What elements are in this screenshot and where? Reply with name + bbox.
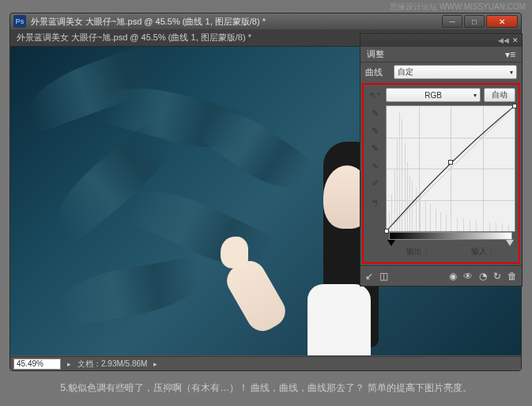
chevron-down-icon: ▾	[474, 92, 477, 99]
panel-footer: ↙ ◫ ◉ 👁 ◔ ↻ 🗑	[360, 265, 522, 286]
panel-collapse-icon[interactable]: ◀◀	[498, 36, 509, 44]
return-to-list-icon[interactable]: ↙	[365, 271, 373, 282]
curve-point-tool-icon[interactable]: ∿	[372, 161, 379, 173]
hand	[221, 237, 248, 268]
svg-line-0	[387, 106, 515, 231]
photoshop-icon: Ps	[13, 15, 26, 28]
previous-state-icon[interactable]: ◔	[479, 271, 487, 282]
black-point-handle[interactable]	[387, 240, 395, 246]
window-controls: ─ □ ✕	[442, 15, 518, 28]
eyedropper-white-icon[interactable]: ✎	[372, 143, 379, 156]
channel-value: RGB	[424, 91, 442, 100]
delete-icon[interactable]: 🗑	[507, 271, 517, 282]
preset-row: 曲线 自定 ▾	[360, 63, 522, 82]
curve-side-tools: ✎ ✎ ✎ ∿ ✐ ฯ	[367, 105, 383, 232]
maximize-button[interactable]: □	[464, 15, 485, 28]
io-readout: 输出： 输入：	[386, 245, 515, 259]
panel-header: ◀◀ ✕	[360, 34, 522, 47]
reset-icon[interactable]: ↻	[493, 271, 501, 282]
curves-label: 曲线	[365, 66, 389, 78]
minimize-button[interactable]: ─	[442, 15, 462, 28]
watermark: 思缘设计论坛 WWW.MISSYUAN.COM	[390, 2, 526, 13]
curve-point-highlight[interactable]	[512, 104, 517, 108]
tab-label: 调整	[367, 48, 384, 60]
curve-toolbar: ↖⁺ RGB ▾ 自动	[367, 86, 515, 104]
output-label: 输出：	[406, 246, 430, 257]
panel-menu-icon[interactable]: ▾≡	[505, 49, 515, 60]
curve-line	[387, 106, 515, 231]
gradient-bar	[389, 232, 512, 240]
curve-draw-tool-icon[interactable]: ✐	[372, 178, 379, 191]
title-bar: Ps 外景蓝调美女 大眼仔~旭.psd @ 45.5% (曲线 1, 图层蒙版/…	[10, 13, 521, 29]
input-slider[interactable]	[386, 232, 515, 245]
auto-button[interactable]: 自动	[484, 88, 515, 102]
target-adjust-icon[interactable]: ↖⁺	[367, 88, 383, 102]
clip-to-layer-icon[interactable]: ◉	[449, 271, 457, 282]
subject-person	[268, 118, 363, 355]
eyedropper-gray-icon[interactable]: ✎	[372, 126, 379, 138]
highlighted-curves-area: ↖⁺ RGB ▾ 自动 ✎ ✎ ✎ ∿ ✐ ฯ	[362, 83, 520, 264]
tutorial-caption: 5.貌似色调有些暗了，压抑啊（有木有…）！ 曲线，曲线，曲线那去了？ 简单的提高…	[0, 381, 532, 395]
expand-view-icon[interactable]: ◫	[379, 271, 388, 282]
curve-graph[interactable]	[386, 105, 515, 232]
chevron-down-icon: ▾	[510, 69, 513, 76]
zoom-input[interactable]: 45.49%	[13, 359, 61, 370]
toggle-visibility-icon[interactable]: 👁	[463, 271, 473, 282]
curve-smooth-tool-icon[interactable]: ฯ	[372, 195, 377, 208]
curve-body: ✎ ✎ ✎ ∿ ✐ ฯ	[367, 105, 515, 232]
close-button[interactable]: ✕	[486, 15, 518, 28]
preset-value: 自定	[398, 66, 413, 78]
status-bar: 45.49% ▸ 文档：2.93M/5.86M ▸	[10, 356, 521, 370]
foliage	[55, 256, 203, 328]
document-info: 文档：2.93M/5.86M	[77, 359, 147, 370]
white-point-handle[interactable]	[506, 240, 514, 246]
zoom-arrows-icon[interactable]: ▸	[67, 360, 71, 368]
window-title: 外景蓝调美女 大眼仔~旭.psd @ 45.5% (曲线 1, 图层蒙版/8) …	[31, 16, 442, 28]
curve-point-mid[interactable]	[448, 160, 453, 165]
adjustments-tab[interactable]: 调整 ▾≡	[360, 47, 522, 63]
shirt	[308, 284, 371, 355]
panel-close-icon[interactable]: ✕	[512, 36, 519, 44]
info-arrow-icon[interactable]: ▸	[153, 360, 157, 368]
eyedropper-black-icon[interactable]: ✎	[372, 108, 379, 121]
adjustments-panel: ◀◀ ✕ 调整 ▾≡ 曲线 自定 ▾ ↖⁺ RGB ▾ 自动 ✎ ✎ ✎ ∿	[360, 33, 523, 286]
input-label: 输入：	[471, 246, 495, 257]
channel-dropdown[interactable]: RGB ▾	[386, 88, 481, 102]
preset-dropdown[interactable]: 自定 ▾	[394, 65, 517, 79]
